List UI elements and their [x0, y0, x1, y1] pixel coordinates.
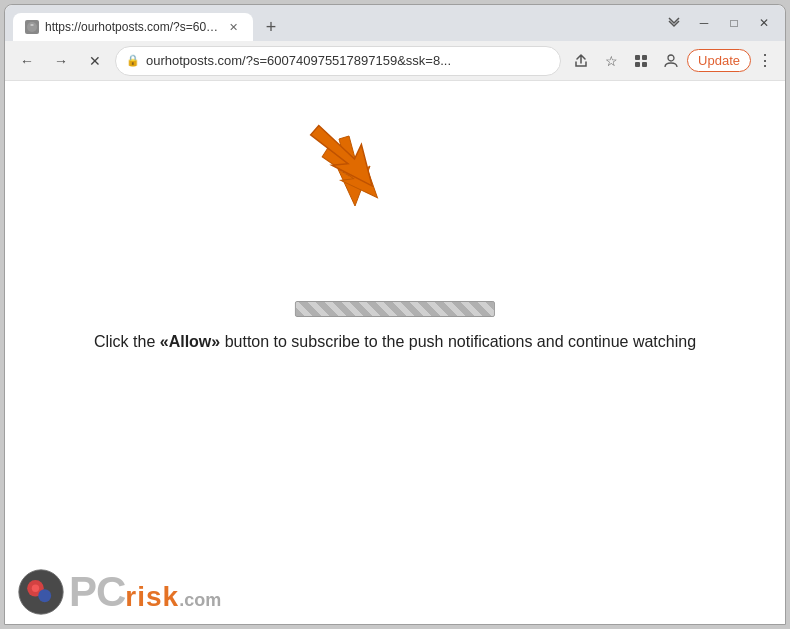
svg-rect-4 [642, 62, 647, 67]
minimize-button[interactable]: ─ [691, 10, 717, 36]
bookmark-button[interactable]: ☆ [597, 47, 625, 75]
active-tab[interactable]: https://ourhotposts.com/?s=600... ✕ [13, 13, 253, 41]
allow-keyword: «Allow» [160, 333, 220, 350]
svg-point-12 [38, 589, 51, 602]
logo-dotcom-text: .com [179, 591, 221, 609]
new-tab-button[interactable]: + [257, 13, 285, 41]
tab-favicon [25, 20, 39, 34]
window-controls: ─ □ ✕ [661, 5, 777, 41]
address-bar[interactable]: 🔒 ourhotposts.com/?s=600740975517897159&… [115, 46, 561, 76]
svg-rect-1 [635, 55, 640, 60]
svg-point-13 [32, 585, 39, 592]
pcrisk-logo: PC risk .com [17, 568, 221, 616]
share-button[interactable] [567, 47, 595, 75]
pcrisk-logo-icon [17, 568, 65, 616]
title-bar: https://ourhotposts.com/?s=600... ✕ + ─ … [5, 5, 785, 41]
back-button[interactable]: ← [13, 47, 41, 75]
profile-button[interactable] [657, 47, 685, 75]
svg-rect-2 [642, 55, 647, 60]
svg-point-5 [668, 55, 674, 61]
svg-point-0 [27, 22, 37, 32]
logo-pc-text: PC [69, 571, 125, 613]
reload-button[interactable]: ✕ [81, 47, 109, 75]
tab-title: https://ourhotposts.com/?s=600... [45, 20, 219, 34]
page-content: Click the «Allow» button to subscribe to… [5, 81, 785, 624]
menu-button[interactable]: ⋮ [753, 49, 777, 73]
nav-actions: ☆ Update ⋮ [567, 47, 777, 75]
progress-area: Click the «Allow» button to subscribe to… [94, 301, 696, 351]
arrow-svg [295, 106, 385, 206]
lock-icon: 🔒 [126, 54, 140, 67]
instruction-text: Click the «Allow» button to subscribe to… [94, 333, 696, 351]
logo-text-group: PC risk .com [69, 571, 221, 613]
url-text: ourhotposts.com/?s=600740975517897159&ss… [146, 53, 550, 68]
browser-window: https://ourhotposts.com/?s=600... ✕ + ─ … [4, 4, 786, 625]
progress-bar [295, 301, 495, 317]
svg-rect-3 [635, 62, 640, 67]
logo-pc-risk-line: PC risk .com [69, 571, 221, 613]
maximize-button[interactable]: □ [721, 10, 747, 36]
watermark: PC risk .com [5, 560, 233, 624]
svg-marker-9 [309, 112, 384, 198]
expand-icon[interactable] [661, 10, 687, 36]
logo-risk-text: risk [125, 583, 179, 611]
forward-button[interactable]: → [47, 47, 75, 75]
tab-area: https://ourhotposts.com/?s=600... ✕ + [13, 5, 657, 41]
tab-close-button[interactable]: ✕ [225, 19, 241, 35]
close-button[interactable]: ✕ [751, 10, 777, 36]
navigation-bar: ← → ✕ 🔒 ourhotposts.com/?s=6007409755178… [5, 41, 785, 81]
update-button[interactable]: Update [687, 49, 751, 72]
pointing-arrow [295, 106, 385, 210]
extensions-button[interactable] [627, 47, 655, 75]
